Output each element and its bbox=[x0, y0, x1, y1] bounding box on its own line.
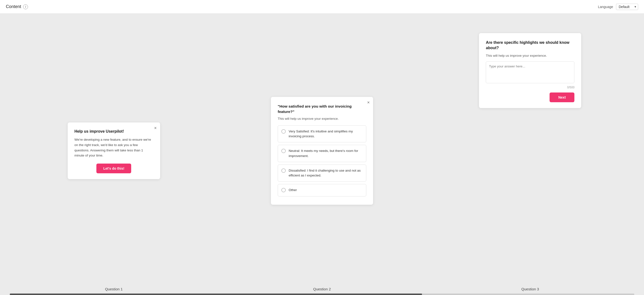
radio-option-1[interactable]: Very Satisfied: It's intuitive and simpl… bbox=[278, 125, 366, 143]
progress-bar-container bbox=[10, 294, 634, 295]
card-survey-subtitle: This will help us improve your experienc… bbox=[278, 117, 366, 120]
question-label-2: Question 2 bbox=[218, 287, 426, 291]
questions-row: Question 1 Question 2 Question 3 bbox=[10, 287, 634, 291]
topbar-right: Language Default English French German S… bbox=[598, 4, 638, 10]
radio-option-2[interactable]: Neutral: It meets my needs, but there's … bbox=[278, 145, 366, 162]
language-select[interactable]: Default English French German Spanish bbox=[616, 4, 638, 10]
radio-circle-3 bbox=[281, 168, 286, 173]
main-area: × Help us improve Userpilot! We're devel… bbox=[0, 14, 644, 295]
radio-option-4[interactable]: Other bbox=[278, 184, 366, 196]
radio-circle-1 bbox=[281, 129, 286, 134]
question-label-3: Question 3 bbox=[426, 287, 634, 291]
card-highlights-subtitle: This will help us improve your experienc… bbox=[486, 54, 574, 58]
progress-bar-fill bbox=[10, 294, 422, 295]
card-survey-title: "How satisfied are you with our invoicin… bbox=[278, 104, 366, 114]
card-survey-close[interactable]: × bbox=[367, 100, 370, 105]
card-help: × Help us improve Userpilot! We're devel… bbox=[68, 122, 160, 179]
radio-circle-2 bbox=[281, 149, 286, 153]
answer-textarea[interactable] bbox=[486, 61, 574, 83]
columns-area: × Help us improve Userpilot! We're devel… bbox=[0, 14, 644, 283]
card-help-body: We're developing a new feature, and to e… bbox=[74, 137, 153, 158]
char-count: 0/500 bbox=[486, 86, 574, 89]
radio-circle-4 bbox=[281, 188, 286, 192]
radio-label-4: Other bbox=[289, 188, 297, 192]
radio-label-2: Neutral: It meets my needs, but there's … bbox=[289, 148, 363, 158]
radio-option-3[interactable]: Dissatisfied: I find it challenging to u… bbox=[278, 164, 366, 182]
card-survey: × "How satisfied are you with our invoic… bbox=[271, 97, 373, 204]
card-highlights-title: Are there specific highlights we should … bbox=[486, 40, 574, 51]
language-select-wrapper: Default English French German Spanish bbox=[616, 4, 638, 10]
radio-label-1: Very Satisfied: It's intuitive and simpl… bbox=[289, 129, 363, 139]
radio-label-3: Dissatisfied: I find it challenging to u… bbox=[289, 168, 363, 178]
lets-do-this-button[interactable]: Let's do this! bbox=[96, 164, 131, 173]
question-label-1: Question 1 bbox=[10, 287, 218, 291]
card-highlights: Are there specific highlights we should … bbox=[479, 33, 581, 108]
card-help-title: Help us improve Userpilot! bbox=[74, 129, 153, 134]
topbar-left: Content i bbox=[6, 4, 28, 9]
content-title: Content bbox=[6, 4, 21, 9]
card-help-close[interactable]: × bbox=[154, 126, 157, 130]
next-button[interactable]: Next bbox=[550, 92, 574, 102]
language-label: Language bbox=[598, 5, 613, 9]
bottom-area: Question 1 Question 2 Question 3 bbox=[0, 283, 644, 295]
info-icon[interactable]: i bbox=[23, 4, 28, 9]
topbar: Content i Language Default English Frenc… bbox=[0, 0, 644, 14]
